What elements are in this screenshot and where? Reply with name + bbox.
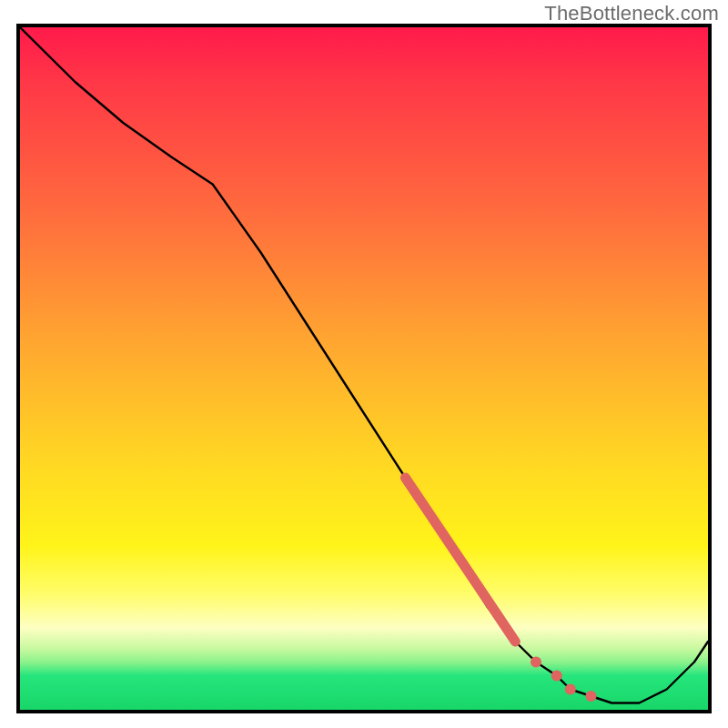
- chart-container: TheBottleneck.com: [0, 0, 728, 728]
- highlight-segment: [405, 478, 515, 642]
- plot-svg: [20, 27, 708, 710]
- marker-dot: [531, 657, 541, 668]
- marker-dot: [551, 671, 562, 682]
- marker-dot: [565, 684, 576, 695]
- watermark-text: TheBottleneck.com: [544, 2, 719, 25]
- plot-frame: [16, 24, 712, 713]
- bottleneck-curve: [20, 27, 708, 703]
- marker-group: [531, 657, 597, 703]
- marker-dot: [586, 691, 597, 702]
